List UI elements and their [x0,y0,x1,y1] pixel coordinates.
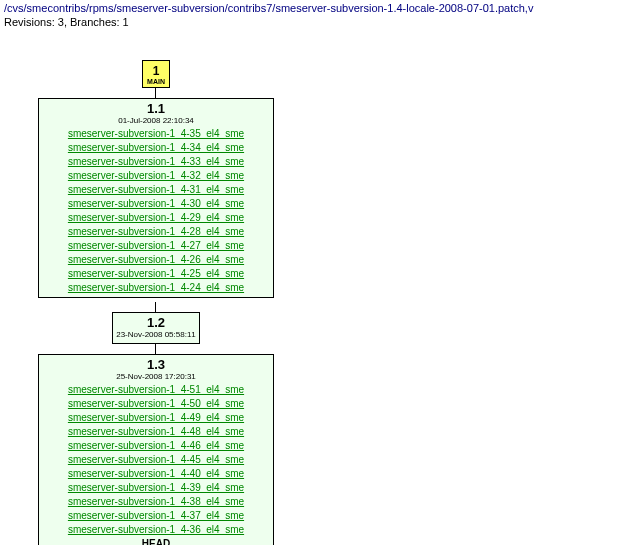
tag-list: smeserver-subversion-1_4-35_el4_smesmese… [41,127,271,295]
tag-link[interactable]: smeserver-subversion-1_4-51_el4_sme [41,383,271,397]
tag-link[interactable]: smeserver-subversion-1_4-25_el4_sme [41,267,271,281]
connector [155,344,156,354]
head-label: HEAD [41,537,271,545]
file-path: /cvs/smecontribs/rpms/smeserver-subversi… [4,2,634,14]
tag-link[interactable]: smeserver-subversion-1_4-27_el4_sme [41,239,271,253]
connector [155,302,156,312]
tag-link[interactable]: smeserver-subversion-1_4-45_el4_sme [41,453,271,467]
tag-link[interactable]: smeserver-subversion-1_4-28_el4_sme [41,225,271,239]
version-number: 1.2 [115,315,197,330]
tag-list: smeserver-subversion-1_4-51_el4_smesmese… [41,383,271,545]
connector [155,88,156,98]
tag-link[interactable]: smeserver-subversion-1_4-26_el4_sme [41,253,271,267]
tag-link[interactable]: smeserver-subversion-1_4-49_el4_sme [41,411,271,425]
tag-link[interactable]: smeserver-subversion-1_4-36_el4_sme [41,523,271,537]
tag-link[interactable]: smeserver-subversion-1_4-32_el4_sme [41,169,271,183]
tag-link[interactable]: smeserver-subversion-1_4-30_el4_sme [41,197,271,211]
version-number: 1.1 [41,101,271,116]
revision-stats: Revisions: 3, Branches: 1 [4,16,634,28]
revision-date: 25-Nov-2008 17:20:31 [41,372,271,381]
tag-link[interactable]: smeserver-subversion-1_4-29_el4_sme [41,211,271,225]
tag-link[interactable]: smeserver-subversion-1_4-48_el4_sme [41,425,271,439]
tag-link[interactable]: smeserver-subversion-1_4-38_el4_sme [41,495,271,509]
main-number: 1 [153,64,160,78]
revision-date: 23-Nov-2008 05:58:11 [115,330,197,339]
tag-link[interactable]: smeserver-subversion-1_4-34_el4_sme [41,141,271,155]
tag-link[interactable]: smeserver-subversion-1_4-40_el4_sme [41,467,271,481]
tag-link[interactable]: smeserver-subversion-1_4-50_el4_sme [41,397,271,411]
tag-link[interactable]: smeserver-subversion-1_4-39_el4_sme [41,481,271,495]
revision-box-1-3[interactable]: 1.3 25-Nov-2008 17:20:31 smeserver-subve… [38,354,274,545]
revision-box-1-1[interactable]: 1.1 01-Jul-2008 22:10:34 smeserver-subve… [38,98,274,298]
tag-link[interactable]: smeserver-subversion-1_4-24_el4_sme [41,281,271,295]
tag-link[interactable]: smeserver-subversion-1_4-33_el4_sme [41,155,271,169]
tag-link[interactable]: smeserver-subversion-1_4-35_el4_sme [41,127,271,141]
tag-link[interactable]: smeserver-subversion-1_4-37_el4_sme [41,509,271,523]
tag-link[interactable]: smeserver-subversion-1_4-46_el4_sme [41,439,271,453]
main-label: MAIN [147,78,165,85]
revision-box-1-2[interactable]: 1.2 23-Nov-2008 05:58:11 [112,312,200,344]
tag-link[interactable]: smeserver-subversion-1_4-31_el4_sme [41,183,271,197]
main-branch-box[interactable]: 1 MAIN [142,60,170,88]
version-number: 1.3 [41,357,271,372]
revision-date: 01-Jul-2008 22:10:34 [41,116,271,125]
header: /cvs/smecontribs/rpms/smeserver-subversi… [0,0,638,30]
